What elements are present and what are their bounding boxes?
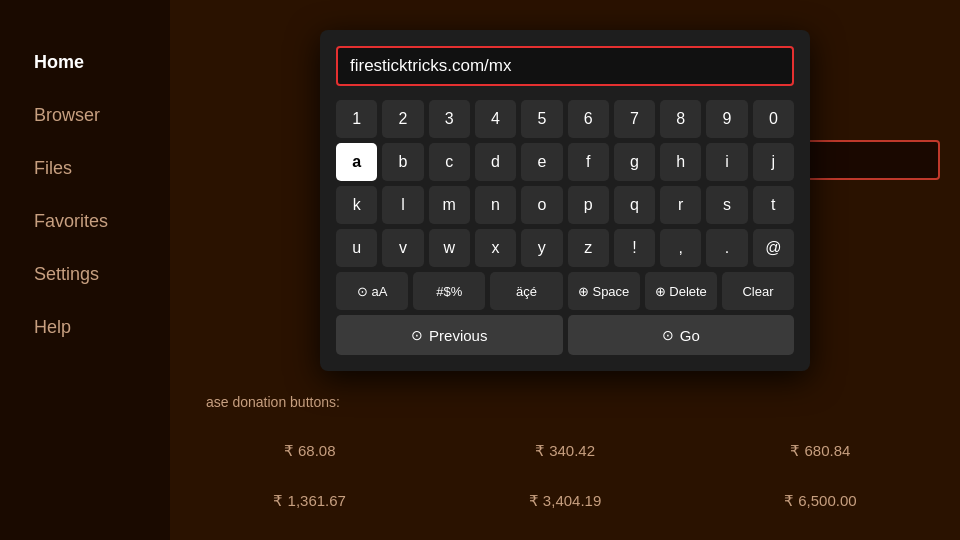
key-6[interactable]: 6 <box>568 100 609 138</box>
keyboard-overlay: firesticktricks.com/mx 1 2 3 4 5 6 7 8 9… <box>320 30 810 371</box>
key-d[interactable]: d <box>475 143 516 181</box>
key-x[interactable]: x <box>475 229 516 267</box>
key-k[interactable]: k <box>336 186 377 224</box>
main-content: ase donation buttons: ₹ 68.08 ₹ 340.42 ₹… <box>170 0 960 540</box>
key-capslock[interactable]: ⊙ aA <box>336 272 408 310</box>
price-row-1: ₹ 68.08 ₹ 340.42 ₹ 680.84 <box>190 432 940 470</box>
sidebar-item-help[interactable]: Help <box>20 305 150 350</box>
price-cell: ₹ 3,404.19 <box>445 482 684 520</box>
key-e[interactable]: e <box>521 143 562 181</box>
keyboard-row-3: u v w x y z ! , . @ <box>336 229 794 267</box>
key-n[interactable]: n <box>475 186 516 224</box>
key-t[interactable]: t <box>753 186 794 224</box>
sidebar-item-browser[interactable]: Browser <box>20 93 150 138</box>
key-4[interactable]: 4 <box>475 100 516 138</box>
price-cell: ₹ 1,361.67 <box>190 482 429 520</box>
key-w[interactable]: w <box>429 229 470 267</box>
key-comma[interactable]: , <box>660 229 701 267</box>
key-at[interactable]: @ <box>753 229 794 267</box>
price-cell: ₹ 340.42 <box>445 432 684 470</box>
price-cell: ₹ 6,500.00 <box>701 482 940 520</box>
key-q[interactable]: q <box>614 186 655 224</box>
previous-label: Previous <box>429 327 487 344</box>
keyboard-nav-row: ⊙ Previous ⊙ Go <box>336 315 794 355</box>
key-5[interactable]: 5 <box>521 100 562 138</box>
keyboard-row-1: a b c d e f g h i j <box>336 143 794 181</box>
key-s[interactable]: s <box>706 186 747 224</box>
key-u[interactable]: u <box>336 229 377 267</box>
key-b[interactable]: b <box>382 143 423 181</box>
key-r[interactable]: r <box>660 186 701 224</box>
key-o[interactable]: o <box>521 186 562 224</box>
key-2[interactable]: 2 <box>382 100 423 138</box>
key-c[interactable]: c <box>429 143 470 181</box>
url-input-text: firesticktricks.com/mx <box>350 56 512 75</box>
sidebar-item-favorites[interactable]: Favorites <box>20 199 150 244</box>
key-y[interactable]: y <box>521 229 562 267</box>
key-i[interactable]: i <box>706 143 747 181</box>
key-9[interactable]: 9 <box>706 100 747 138</box>
sidebar-item-files[interactable]: Files <box>20 146 150 191</box>
keyboard-special-row: ⊙ aA #$% äçé ⊕ Space ⊕ Delete Clear <box>336 272 794 310</box>
key-space[interactable]: ⊕ Space <box>568 272 640 310</box>
key-z[interactable]: z <box>568 229 609 267</box>
key-1[interactable]: 1 <box>336 100 377 138</box>
go-icon: ⊙ <box>662 327 674 343</box>
price-row-2: ₹ 1,361.67 ₹ 3,404.19 ₹ 6,500.00 <box>190 482 940 520</box>
key-0[interactable]: 0 <box>753 100 794 138</box>
previous-icon: ⊙ <box>411 327 423 343</box>
keyboard-row-2: k l m n o p q r s t <box>336 186 794 224</box>
price-cell: ₹ 68.08 <box>190 432 429 470</box>
key-period[interactable]: . <box>706 229 747 267</box>
key-f[interactable]: f <box>568 143 609 181</box>
key-g[interactable]: g <box>614 143 655 181</box>
key-l[interactable]: l <box>382 186 423 224</box>
key-accents[interactable]: äçé <box>490 272 562 310</box>
keyboard-number-row: 1 2 3 4 5 6 7 8 9 0 <box>336 100 794 138</box>
key-delete[interactable]: ⊕ Delete <box>645 272 717 310</box>
donation-text: ase donation buttons: <box>190 384 940 420</box>
previous-button[interactable]: ⊙ Previous <box>336 315 563 355</box>
key-3[interactable]: 3 <box>429 100 470 138</box>
go-label: Go <box>680 327 700 344</box>
sidebar-item-home[interactable]: Home <box>20 40 150 85</box>
key-v[interactable]: v <box>382 229 423 267</box>
go-button[interactable]: ⊙ Go <box>568 315 795 355</box>
price-cell: ₹ 680.84 <box>701 432 940 470</box>
sidebar-item-settings[interactable]: Settings <box>20 252 150 297</box>
sidebar: Home Browser Files Favorites Settings He… <box>0 0 170 540</box>
key-symbols[interactable]: #$% <box>413 272 485 310</box>
key-m[interactable]: m <box>429 186 470 224</box>
key-j[interactable]: j <box>753 143 794 181</box>
key-8[interactable]: 8 <box>660 100 701 138</box>
key-p[interactable]: p <box>568 186 609 224</box>
key-7[interactable]: 7 <box>614 100 655 138</box>
key-h[interactable]: h <box>660 143 701 181</box>
url-input-container[interactable]: firesticktricks.com/mx <box>336 46 794 86</box>
key-a[interactable]: a <box>336 143 377 181</box>
key-exclaim[interactable]: ! <box>614 229 655 267</box>
key-clear[interactable]: Clear <box>722 272 794 310</box>
